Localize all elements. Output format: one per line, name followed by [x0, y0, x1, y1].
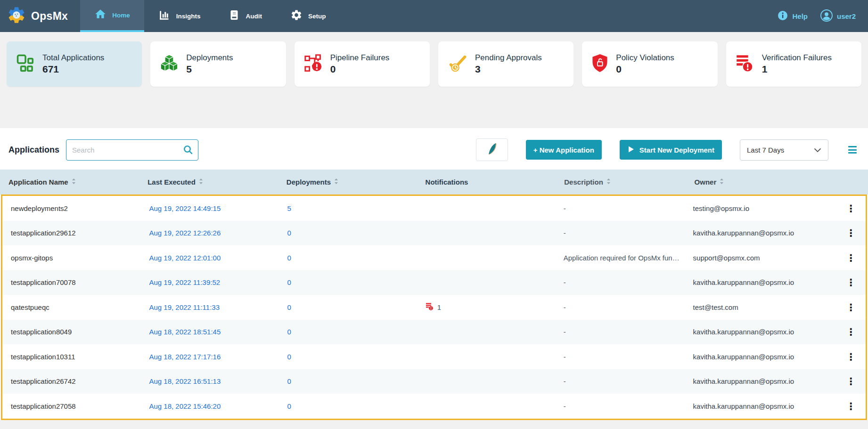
user-menu[interactable]: user2: [820, 9, 856, 24]
table-row[interactable]: testapplication70078 Aug 19, 2022 11:39:…: [2, 270, 866, 295]
table-row[interactable]: qatestpueqc Aug 19, 2022 11:11:33 0 1: [2, 295, 866, 320]
deployments-count-link[interactable]: 5: [287, 204, 291, 212]
table-row[interactable]: testapplication29612 Aug 19, 2022 12:26:…: [2, 221, 866, 246]
card-pending-approvals[interactable]: Pending Approvals 3: [438, 41, 573, 87]
row-kebab-menu-icon[interactable]: ⋮: [843, 227, 859, 239]
column-label: Owner: [695, 178, 717, 186]
last-executed-link[interactable]: Aug 18, 2022 16:51:13: [149, 377, 221, 385]
nav-tab-audit[interactable]: Audit: [214, 0, 276, 32]
description-cell: Application required for OpsMx fun…: [564, 254, 680, 262]
description-cell: -: [564, 328, 566, 336]
nav-tab-setup-label: Setup: [308, 13, 326, 20]
sort-icon[interactable]: [720, 178, 724, 186]
date-filter-dropdown[interactable]: Last 7 Days: [740, 139, 828, 161]
row-kebab-menu-icon[interactable]: ⋮: [843, 276, 859, 288]
deployments-count-link[interactable]: 0: [287, 377, 291, 385]
search-input[interactable]: [66, 139, 198, 161]
card-value: 3: [475, 64, 542, 75]
verification-failure-badge[interactable]: 1: [426, 302, 441, 312]
bar-chart-icon: [158, 9, 171, 23]
list-menu-icon[interactable]: [846, 144, 859, 155]
date-filter-value: Last 7 Days: [747, 146, 784, 154]
card-label: Verification Failures: [762, 53, 832, 63]
table-row[interactable]: testapplication26742 Aug 18, 2022 16:51:…: [2, 369, 866, 394]
last-executed-link[interactable]: Aug 19, 2022 11:11:33: [149, 303, 220, 311]
deployments-count-link[interactable]: 0: [287, 303, 291, 311]
card-pipeline-failures[interactable]: Pipeline Failures 0: [295, 41, 430, 87]
column-label: Deployments: [287, 178, 331, 186]
owner-cell: testing@opsmx.io: [693, 204, 749, 212]
owner-cell: kavitha.karuppannan@opsmx.io: [693, 328, 794, 336]
table-row[interactable]: testapplication10311 Aug 18, 2022 17:17:…: [2, 344, 866, 369]
deployments-count-link[interactable]: 0: [287, 254, 291, 262]
row-kebab-menu-icon[interactable]: ⋮: [843, 326, 859, 338]
row-kebab-menu-icon[interactable]: ⋮: [843, 351, 859, 363]
nav-tab-home[interactable]: Home: [80, 0, 144, 32]
section-title: Applications: [8, 145, 59, 155]
card-value: 0: [616, 64, 674, 75]
owner-cell: test@test.com: [693, 303, 738, 311]
row-kebab-menu-icon[interactable]: ⋮: [843, 400, 859, 412]
last-executed-link[interactable]: Aug 19, 2022 14:49:15: [149, 204, 221, 212]
deployments-count-link[interactable]: 0: [287, 402, 291, 410]
table-row[interactable]: testapplication27058 Aug 18, 2022 15:46:…: [2, 394, 866, 419]
table-row[interactable]: testapplication8049 Aug 18, 2022 18:51:4…: [2, 320, 866, 345]
card-value: 0: [330, 64, 390, 75]
table-row[interactable]: opsmx-gitops Aug 19, 2022 12:01:00 0: [2, 245, 866, 270]
sort-icon[interactable]: [334, 178, 338, 186]
card-verification-failures[interactable]: Verification Failures 1: [726, 41, 861, 87]
application-name-cell: newdeployments2: [2, 204, 149, 212]
applications-toolbar: Applications + New Application: [0, 136, 868, 170]
application-name-cell: testapplication26742: [2, 377, 149, 385]
verification-error-icon: [426, 302, 434, 312]
deployments-count-link[interactable]: 0: [287, 353, 291, 361]
start-new-deployment-button[interactable]: Start New Deployment: [620, 140, 722, 160]
search-icon[interactable]: [182, 144, 194, 157]
row-kebab-menu-icon[interactable]: ⋮: [843, 375, 859, 387]
column-header-description[interactable]: Description: [564, 178, 694, 186]
row-kebab-menu-icon[interactable]: ⋮: [843, 301, 859, 313]
description-cell: -: [564, 303, 566, 311]
last-executed-link[interactable]: Aug 19, 2022 11:39:52: [149, 278, 220, 286]
last-executed-link[interactable]: Aug 19, 2022 12:26:26: [149, 229, 221, 237]
nav-tab-insights[interactable]: Insights: [144, 0, 215, 32]
application-name-cell: testapplication10311: [2, 353, 149, 361]
nav-tab-audit-label: Audit: [246, 13, 262, 20]
column-header-application-name[interactable]: Application Name: [0, 178, 147, 186]
owner-cell: kavitha.karuppannan@opsmx.io: [693, 377, 794, 385]
user-avatar-icon: [820, 9, 833, 24]
applications-panel: Applications + New Application: [0, 128, 868, 420]
card-total-applications[interactable]: Total Applications 671: [7, 41, 142, 87]
column-label: Notifications: [426, 178, 468, 186]
table-row[interactable]: newdeployments2 Aug 19, 2022 14:49:15 5: [2, 196, 866, 221]
help-label: Help: [792, 12, 808, 20]
column-header-owner[interactable]: Owner: [695, 178, 842, 186]
brand[interactable]: OpsMx: [0, 0, 80, 32]
last-executed-link[interactable]: Aug 18, 2022 18:51:45: [149, 328, 221, 336]
column-header-deployments[interactable]: Deployments: [287, 178, 426, 186]
sort-icon[interactable]: [606, 178, 611, 186]
card-deployments[interactable]: Deployments 5: [150, 41, 286, 87]
column-header-last-executed[interactable]: Last Executed: [147, 178, 287, 186]
new-application-button[interactable]: + New Application: [526, 140, 602, 160]
sort-icon[interactable]: [72, 178, 76, 186]
spinnaker-sail-button[interactable]: [476, 138, 508, 161]
card-label: Pipeline Failures: [330, 53, 390, 63]
column-label: Application Name: [8, 178, 68, 186]
last-executed-link[interactable]: Aug 18, 2022 15:46:20: [149, 402, 221, 410]
info-icon: [777, 10, 788, 23]
card-policy-violations[interactable]: Policy Violations 0: [582, 41, 717, 87]
search-box: [66, 139, 198, 161]
row-kebab-menu-icon[interactable]: ⋮: [843, 202, 859, 214]
description-cell: -: [564, 353, 566, 361]
deployments-count-link[interactable]: 0: [287, 278, 291, 286]
nav-tab-setup[interactable]: Setup: [276, 0, 340, 32]
cubes-icon: [160, 54, 179, 74]
deployments-count-link[interactable]: 0: [287, 229, 291, 237]
last-executed-link[interactable]: Aug 19, 2022 12:01:00: [149, 254, 221, 262]
deployments-count-link[interactable]: 0: [287, 328, 291, 336]
help-button[interactable]: Help: [777, 10, 808, 23]
sort-icon[interactable]: [199, 178, 203, 186]
row-kebab-menu-icon[interactable]: ⋮: [843, 252, 859, 264]
last-executed-link[interactable]: Aug 18, 2022 17:17:16: [149, 353, 221, 361]
